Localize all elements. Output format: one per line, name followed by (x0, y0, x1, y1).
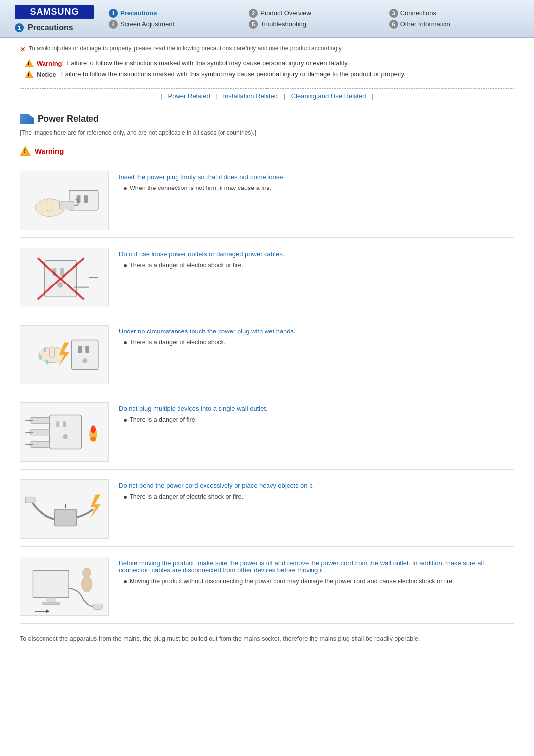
instruction-img-3 (20, 325, 109, 384)
svg-point-23 (39, 355, 42, 360)
nav-item-screen-adjustment[interactable]: 4 Screen Adjustment (109, 20, 239, 29)
header-logo-side: SAMSUNG 1 Precautions (15, 5, 94, 32)
pipe-4: | (372, 93, 373, 100)
instruction-content-5: Do not bend the power cord excessively o… (119, 479, 514, 500)
warning-badge: ! Warning (25, 59, 62, 67)
bullet-text-1-0: When the connection is not firm, it may … (130, 185, 271, 191)
pipe-3: | (284, 93, 285, 100)
instruction-row-4: Do not plug multiple devices into a sing… (20, 395, 514, 470)
svg-point-49 (81, 576, 92, 592)
warning-label: Warning (37, 60, 62, 67)
svg-rect-2 (84, 195, 88, 203)
svg-rect-29 (63, 421, 66, 427)
pipe-2: | (216, 93, 217, 100)
section-title: Power Related (38, 114, 99, 124)
bullet-text-6-0: Moving the product without disconnecting… (130, 578, 454, 585)
instruction-row-2: Do not use loose power outlets or damage… (20, 240, 514, 315)
bullet-dot-6 (124, 580, 127, 583)
section-header: Power Related (20, 114, 514, 124)
instruction-bullet-2-0: There is a danger of electric shock or f… (124, 262, 514, 269)
nav-label-6: Other Information (400, 20, 450, 28)
ref-note: [The images here are for reference only,… (20, 129, 514, 136)
nav-item-other-info[interactable]: 6 Other Information (389, 20, 519, 29)
intro-notice-text: To avoid injuries or damage to property,… (29, 45, 343, 52)
nav-item-connections[interactable]: 3 Connections (389, 9, 519, 18)
instruction-img-1 (20, 171, 109, 230)
instruction-row-1: Insert the power plug firmly so that it … (20, 163, 514, 238)
notice-row: ! Notice Failure to follow the instructi… (25, 70, 514, 78)
bullet-dot-3 (124, 341, 127, 344)
instruction-title-2: Do not use loose power outlets or damage… (119, 250, 514, 258)
svg-point-24 (46, 360, 49, 365)
svg-rect-44 (33, 570, 69, 597)
warning-text: Failure to follow the instructions marke… (67, 59, 349, 67)
instruction-img-4 (20, 402, 109, 462)
svg-rect-43 (25, 497, 35, 503)
bullet-text-5-0: There is a danger of electric shock or f… (130, 493, 243, 500)
instruction-title-3: Under no circumstances touch the power p… (119, 328, 514, 335)
bullet-text-4-0: There is a danger of fire. (130, 416, 197, 423)
instruction-img-5 (20, 479, 109, 539)
instruction-row-3: Under no circumstances touch the power p… (20, 318, 514, 392)
warning-row: ! Warning Failure to follow the instruct… (25, 59, 514, 67)
svg-rect-35 (30, 442, 49, 448)
pipe-1: | (161, 93, 162, 100)
svg-rect-47 (93, 604, 102, 609)
nav-area: 1 Precautions 2 Product Overview 3 Conne… (109, 9, 519, 29)
bullet-dot-2 (124, 264, 127, 267)
nav-label-1: Precautions (120, 9, 157, 17)
warning-banner-text: Warning (35, 147, 64, 155)
instruction-content-6: Before moving the product, make sure the… (119, 557, 514, 585)
section-icon (20, 114, 34, 124)
svg-point-38 (91, 425, 96, 433)
svg-rect-21 (50, 347, 55, 358)
link-power-related[interactable]: Power Related (168, 93, 210, 100)
svg-point-39 (90, 437, 96, 442)
nav-label-4: Screen Adjustment (120, 20, 174, 28)
notice-badge: ! Notice (25, 70, 56, 78)
link-installation-related[interactable]: Installation Related (223, 93, 278, 100)
warning-banner: ! Warning (20, 143, 514, 158)
header: SAMSUNG 1 Precautions 1 Precautions 2 Pr… (0, 0, 534, 38)
instruction-img-2 (20, 248, 109, 307)
svg-rect-28 (56, 421, 59, 427)
nav-label-2: Product Overview (260, 9, 311, 17)
svg-marker-51 (46, 609, 50, 613)
instruction-content-4: Do not plug multiple devices into a sing… (119, 402, 514, 423)
sidebar-label: 1 Precautions (15, 23, 94, 32)
svg-point-12 (57, 282, 63, 288)
svg-rect-31 (30, 418, 49, 424)
nav-num-1: 1 (109, 9, 118, 18)
instruction-row-5: Do not bend the power cord excessively o… (20, 472, 514, 547)
divider-links: | Power Related | Installation Related |… (20, 88, 514, 104)
svg-point-22 (44, 347, 46, 352)
main-content: ✕ To avoid injuries or damage to propert… (0, 38, 534, 659)
instruction-title-5: Do not bend the power cord excessively o… (119, 482, 514, 489)
bullet-dot (124, 187, 127, 190)
nav-item-product-overview[interactable]: 2 Product Overview (249, 9, 379, 18)
svg-point-30 (63, 434, 68, 439)
instruction-title-6: Before moving the product, make sure the… (119, 559, 514, 574)
nav-num-3: 3 (389, 9, 398, 18)
nav-item-troubleshooting[interactable]: 5 Troubleshooting (249, 20, 379, 29)
svg-rect-17 (72, 340, 98, 370)
link-cleaning-related[interactable]: Cleaning and Use Related (291, 93, 366, 100)
bullet-dot-4 (124, 419, 127, 422)
instruction-title-4: Do not plug multiple devices into a sing… (119, 405, 514, 412)
notice-text: Failure to follow the instructions marke… (61, 70, 406, 78)
svg-marker-25 (58, 342, 69, 367)
intro-notice: ✕ To avoid injuries or damage to propert… (20, 45, 514, 53)
svg-rect-4 (47, 199, 53, 211)
notice-label: Notice (37, 71, 56, 78)
instruction-bullet-3-0: There is a danger of electric shock. (124, 339, 514, 346)
nav-item-precautions[interactable]: 1 Precautions (109, 9, 239, 18)
nav-label-3: Connections (400, 9, 436, 17)
notice-block: ! Warning Failure to follow the instruct… (20, 59, 514, 78)
instruction-content-3: Under no circumstances touch the power p… (119, 325, 514, 346)
svg-rect-18 (78, 346, 82, 353)
bullet-text-3-0: There is a danger of electric shock. (130, 339, 226, 346)
x-icon: ✕ (20, 46, 26, 53)
instruction-bullet-4-0: There is a danger of fire. (124, 416, 514, 423)
svg-rect-5 (59, 201, 74, 209)
nav-label-5: Troubleshooting (260, 20, 306, 28)
